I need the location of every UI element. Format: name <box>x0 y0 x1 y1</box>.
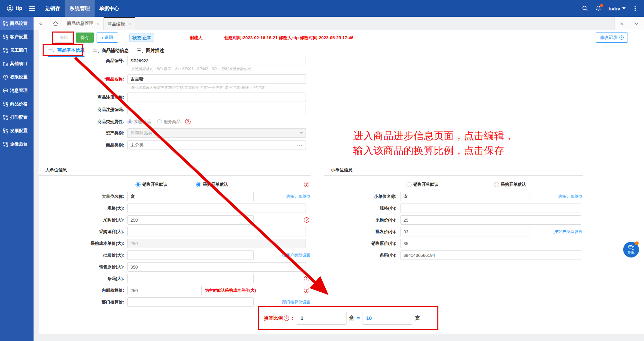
small-barcode-input[interactable] <box>400 250 581 260</box>
goods-name-input[interactable] <box>127 74 306 84</box>
physical-goods-radio[interactable] <box>127 119 132 124</box>
sidebar-item-other-projects[interactable]: 其他项目 <box>0 57 34 70</box>
registered-code-row: 商品注册编码: <box>39 105 314 114</box>
change-history-button[interactable]: 修改记录 <box>596 33 628 43</box>
asset-type-select[interactable]: 库存商品类 <box>127 128 306 138</box>
dept-price-input[interactable] <box>127 297 254 307</box>
goods-code-input[interactable] <box>127 56 306 65</box>
user-menu[interactable]: bvbv <box>608 6 626 11</box>
big-rebate-row: 采购返利(大): <box>39 227 311 236</box>
subtab-image-description[interactable]: 三、图片描述 <box>137 48 164 57</box>
username: bvbv <box>608 6 620 11</box>
big-unit-name-row: 大单位名称: 选择计量单位 <box>39 192 311 201</box>
home-icon[interactable] <box>48 17 63 30</box>
small-wholesale-input[interactable] <box>400 227 530 236</box>
physical-goods-label: 实物商品 <box>134 119 151 125</box>
big-retail-label: 销售原价(大): <box>39 264 127 270</box>
big-barcode-input[interactable] <box>127 274 254 283</box>
topmenu-item-system[interactable]: 系统管理 <box>65 0 95 17</box>
conversion-big-input[interactable] <box>297 312 346 325</box>
big-barcode-help-icon[interactable]: ? <box>304 276 309 281</box>
back-button[interactable]: ‹ 返回 <box>97 33 118 43</box>
conversion-help-icon[interactable]: ? <box>284 316 289 321</box>
big-unit-help-icon[interactable]: ? <box>304 182 309 187</box>
category-more-icon[interactable]: ··· <box>297 143 303 148</box>
small-unit-title: 小单位信息 <box>331 167 583 173</box>
conversion-small-input[interactable] <box>363 312 412 325</box>
tab-list-dropdown-icon[interactable] <box>629 17 644 30</box>
small-sale-default-label: 销售开单默认 <box>413 182 438 187</box>
registered-code-input[interactable] <box>127 105 306 114</box>
big-sale-default-label: 销售开单默认 <box>142 182 167 187</box>
small-spec-label: 规格(小): <box>324 206 400 211</box>
big-retail-input[interactable] <box>127 262 306 272</box>
big-choose-unit-link[interactable]: 选择计量单位 <box>286 194 310 200</box>
close-tab-icon[interactable]: × <box>97 21 99 26</box>
internal-price-input[interactable] <box>127 286 202 295</box>
small-purchase-default-radio[interactable] <box>494 182 499 187</box>
sidebar-item-customer-settings[interactable]: 客户设置 <box>0 30 34 44</box>
sidebar-item-goods-settings[interactable]: 商品设置 <box>0 17 34 30</box>
big-customer-type-link[interactable]: 按客户类型设置 <box>282 252 310 258</box>
small-unit-name-input[interactable] <box>400 192 530 201</box>
close-tab-icon[interactable]: × <box>128 21 131 26</box>
big-unit-name-input[interactable] <box>127 192 254 201</box>
goods-category-picker[interactable]: 未分类 ··· <box>127 140 306 150</box>
subtab-basic-info[interactable]: 一、商品基本信息 <box>48 47 85 57</box>
subtab-auxiliary-info[interactable]: 二、商品辅助信息 <box>93 48 129 57</box>
brand[interactable]: tip <box>0 5 27 12</box>
sidebar-item-permission-settings[interactable]: 权限设置 <box>0 70 34 84</box>
sidebar-item-qiwei-backend[interactable]: 企微后台 <box>0 137 34 151</box>
customer-service-button[interactable]: 客服 <box>623 242 639 258</box>
asset-type-value: 库存商品类 <box>130 130 152 136</box>
more-vertical-icon[interactable]: ⋮ <box>632 5 638 12</box>
expand-tabs-icon[interactable]: » <box>614 17 629 30</box>
topbar: tip 进销存 系统管理 单据中心 bvbv ⋮ <box>0 0 644 17</box>
edit-button[interactable]: 编辑 <box>55 33 73 43</box>
big-unit-title: 大单位信息 <box>45 167 311 173</box>
sidebar-item-staff-dept[interactable]: 员工部门 <box>0 44 34 57</box>
service-goods-label: 服务商品 <box>164 119 180 125</box>
tab-goods-edit[interactable]: 商品编辑 × <box>104 17 136 30</box>
sidebar-item-label: 消息管理 <box>10 88 28 94</box>
category-attr-help-icon[interactable]: ? <box>185 119 191 124</box>
search-icon[interactable] <box>582 5 588 12</box>
registered-name-input[interactable] <box>127 93 306 102</box>
big-buy-price-help-icon[interactable]: ? <box>304 217 309 223</box>
menu-toggle-icon[interactable] <box>29 6 35 11</box>
notifications-bell-icon[interactable] <box>595 5 602 12</box>
small-buy-price-input[interactable] <box>400 215 581 225</box>
avatar-icon <box>7 5 13 12</box>
topmenu-item-danju[interactable]: 单据中心 <box>95 0 124 17</box>
small-retail-input[interactable] <box>400 239 581 248</box>
collapse-tabs-icon[interactable]: « <box>34 17 48 30</box>
small-wholesale-label: 批发价(小): <box>324 229 400 235</box>
small-spec-input[interactable] <box>400 204 581 213</box>
small-choose-unit-link[interactable]: 选择计量单位 <box>558 194 582 200</box>
internal-price-help-icon[interactable]: ? <box>304 288 309 293</box>
topmenu-item-jinxiaocun[interactable]: 进销存 <box>41 0 65 17</box>
service-goods-radio[interactable] <box>157 119 162 124</box>
big-purchase-default-radio[interactable] <box>196 182 201 187</box>
dept-price-settings-link[interactable]: 部门核算价设置 <box>282 299 310 305</box>
creator-text: 创建人 <box>190 35 203 41</box>
big-sale-default-radio[interactable] <box>136 182 141 187</box>
sidebar-item-label: 打印配置 <box>10 114 28 120</box>
big-spec-input[interactable] <box>127 204 306 213</box>
save-button[interactable]: 保存 <box>76 33 94 43</box>
sidebar-item-label: 员工部门 <box>10 47 28 53</box>
big-buy-price-input[interactable] <box>127 215 254 225</box>
small-buy-price-row: 采购价(小): <box>324 215 583 225</box>
small-purchase-default-label: 采购开单默认 <box>501 182 526 187</box>
big-rebate-input[interactable] <box>127 227 306 236</box>
sidebar-item-goods-price[interactable]: 商品价格 <box>0 97 34 111</box>
tab-goods-info-management[interactable]: 商品信息管理 × <box>63 17 104 30</box>
small-sale-default-radio[interactable] <box>407 182 412 187</box>
sidebar-item-print-config[interactable]: 打印配置 <box>0 111 34 124</box>
big-wholesale-input[interactable] <box>127 250 254 260</box>
small-retail-label: 销售原价(小): <box>324 241 400 246</box>
top-menu: 进销存 系统管理 单据中心 <box>41 0 124 17</box>
small-customer-type-link[interactable]: 按客户类型设置 <box>554 229 582 235</box>
sidebar-item-message-management[interactable]: 消息管理 <box>0 84 34 97</box>
sidebar-item-invoice-config[interactable]: 发票配置 <box>0 124 34 137</box>
